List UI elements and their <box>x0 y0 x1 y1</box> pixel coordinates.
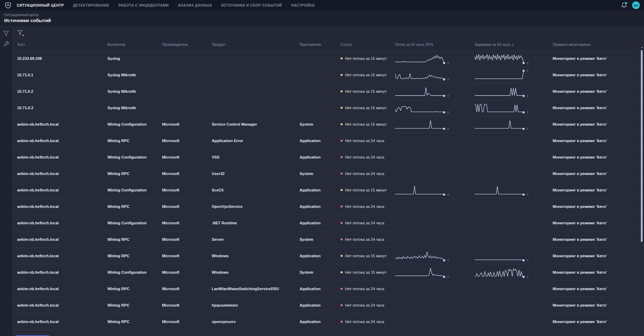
cell-vendor: Microsoft <box>158 287 208 291</box>
cell-host: aekim-nb.heftech.local <box>13 221 103 225</box>
cell-vendor: Microsoft <box>158 254 208 258</box>
cell-status: Нет потока за 15 минут <box>336 270 391 274</box>
status-text: Нет потока за 15 минут <box>345 73 387 77</box>
column-header-host[interactable]: Хост <box>13 42 103 47</box>
column-header-eps[interactable]: Поток за 24 часа, EPS <box>391 42 470 47</box>
cell-product: Windows <box>208 270 295 274</box>
cell-product: Windows <box>208 254 295 258</box>
status-text: Нет потока за 15 минут <box>345 56 387 61</box>
cell-status: Нет потока за 24 часа <box>336 172 391 176</box>
svg-text:0: 0 <box>447 94 449 98</box>
svg-text:0: 0 <box>527 275 528 279</box>
table-row[interactable]: aekim-nb.heftech.localWinlog RPCMicrosof… <box>13 248 644 264</box>
nav-item-detection[interactable]: Детектирование <box>73 4 109 7</box>
status-text: Нет потока за 15 минут <box>345 188 387 192</box>
cell-collector: Winlog RPC <box>103 237 158 241</box>
cell-status: Нет потока за 15 минут <box>336 122 391 126</box>
cell-host: aekim-nb.heftech.local <box>13 237 103 241</box>
cell-product: VSS <box>208 155 295 159</box>
cell-monitoring-rule: Мониторинг в режиме 'Авто' <box>548 155 644 159</box>
user-avatar[interactable]: SA <box>632 1 640 9</box>
table-row[interactable]: aekim-nb.heftech.localWinlog RPCMicrosof… <box>13 166 644 182</box>
table-row[interactable]: 10.71.0.2Syslog MikrotikНет потока за 15… <box>13 83 644 100</box>
sidebar-wrench-icon[interactable] <box>3 41 9 47</box>
cell-host: aekim-nb.heftech.local <box>13 122 103 126</box>
cell-monitoring-rule: Мониторинг в режиме 'Авто' <box>548 106 644 110</box>
scroll-up-icon[interactable]: ▲ <box>640 46 643 49</box>
nav-item-data-analysis[interactable]: Анализ данных <box>178 4 212 7</box>
table-row[interactable]: aekim-nb.heftech.localWinlog RPCMicrosof… <box>13 297 644 314</box>
cell-app: System <box>295 270 336 274</box>
status-text: Нет потока за 24 часа <box>345 303 384 307</box>
column-header-rule[interactable]: Правило мониторинга <box>548 42 644 47</box>
notification-dot <box>625 2 628 5</box>
table-panel: ХостКоллекторПроизводительПродуктПриложе… <box>13 27 644 336</box>
cell-status: Нет потока за 15 минут <box>336 188 391 192</box>
cell-collector: Winlog RPC <box>103 204 158 209</box>
cell-vendor: Microsoft <box>158 204 208 209</box>
table-row[interactable]: aekim-nb.heftech.localWinlog RPCMicrosof… <box>13 133 644 149</box>
cell-host: aekim-nb.heftech.local <box>13 287 103 291</box>
cell-product: .NET Runtime <box>208 221 295 225</box>
cell-vendor: Microsoft <box>158 303 208 307</box>
nav-item-incidents[interactable]: Работа с инцидентами <box>118 4 169 7</box>
table-row[interactable]: aekim-nb.heftech.localWinlog RPCMicrosof… <box>13 314 644 330</box>
notifications-bell-icon[interactable] <box>621 2 627 8</box>
table-row[interactable]: aekim-nb.heftech.localWinlog Configurati… <box>13 264 644 281</box>
cell-host: aekim-nb.heftech.local <box>13 254 103 258</box>
cell-status: Нет потока за 24 часа <box>336 303 391 307</box>
column-header-collector[interactable]: Коллектор <box>103 42 158 47</box>
cell-collector: Winlog Configuration <box>103 155 158 159</box>
table-row[interactable]: aekim-nb.heftech.localWinlog RPCMicrosof… <box>13 231 644 248</box>
table-header: ХостКоллекторПроизводительПродуктПриложе… <box>13 38 644 50</box>
cell-product: openvpnserv <box>208 320 295 324</box>
column-header-status[interactable]: Статус <box>336 42 391 47</box>
cell-vendor: Microsoft <box>158 155 208 159</box>
cell-status: Нет потока за 24 часа <box>336 139 391 143</box>
table-row[interactable]: aekim-nb.heftech.localWinlog RPCMicrosof… <box>13 281 644 297</box>
cell-host: aekim-nb.heftech.local <box>13 188 103 192</box>
nav-item-situation-center[interactable]: Ситуационный центр <box>17 4 64 7</box>
cell-monitoring-rule: Мониторинг в режиме 'Авто' <box>548 139 644 143</box>
vertical-scrollbar-thumb[interactable] <box>641 50 643 242</box>
column-header-vendor[interactable]: Производитель <box>158 42 208 47</box>
status-dot-icon <box>341 271 343 273</box>
table-row[interactable]: aekim-nb.heftech.localWinlog RPCMicrosof… <box>13 198 644 215</box>
svg-text:0: 0 <box>447 78 449 81</box>
filter-applied-icon[interactable] <box>17 30 23 36</box>
sparkline-chart: 0 <box>475 118 532 131</box>
vertical-scrollbar[interactable]: ▲ <box>640 46 643 335</box>
table-row[interactable]: aekim-nb.heftech.localWinlog Configurati… <box>13 149 644 166</box>
status-text: Нет потока за 15 минут <box>345 89 387 93</box>
breadcrumb-bar: Ситуационный центр Источники событий <box>0 10 644 27</box>
table-row[interactable]: aekim-nb.heftech.localWinlog Configurati… <box>13 116 644 133</box>
table-body: 10.233.69.198SyslogНет потока за 15 мину… <box>13 50 644 336</box>
table-row[interactable]: aekim-nb.heftech.localWinlog Configurati… <box>13 182 644 198</box>
cell-monitoring-rule: Мониторинг в режиме 'Авто' <box>548 56 644 61</box>
column-header-app[interactable]: Приложение <box>295 42 336 47</box>
column-header-delay[interactable]: Задержка за 24 часа, с <box>470 42 548 47</box>
cell-delay-sparkline: 0 <box>470 184 548 196</box>
table-row[interactable]: 10.233.69.198SyslogНет потока за 15 мину… <box>13 50 644 67</box>
cell-delay-sparkline: 0 <box>470 118 548 131</box>
table-row[interactable]: 10.71.0.1Syslog MikrotikНет потока за 15… <box>13 67 644 83</box>
table-row[interactable]: aekim-nb.heftech.localWinlog Configurati… <box>13 215 644 231</box>
table-row[interactable]: 10.71.0.3Syslog MikrotikНет потока за 15… <box>13 100 644 116</box>
cell-status: Нет потока за 15 минут <box>336 254 391 258</box>
status-dot-icon <box>341 74 343 76</box>
breadcrumb[interactable]: Ситуационный центр <box>4 13 644 17</box>
sparkline-chart: 0 <box>475 69 532 81</box>
cell-monitoring-rule: Мониторинг в режиме 'Авто' <box>548 89 644 93</box>
svg-text:0: 0 <box>527 111 528 114</box>
sidebar-filter-icon[interactable] <box>3 30 9 37</box>
nav-item-settings[interactable]: Настройки <box>291 4 315 7</box>
cell-status: Нет потока за 15 минут <box>336 73 391 77</box>
cell-monitoring-rule: Мониторинг в режиме 'Авто' <box>548 204 644 209</box>
cell-monitoring-rule: Мониторинг в режиме 'Авто' <box>548 270 644 274</box>
cell-app: Application <box>295 254 336 258</box>
status-dot-icon <box>341 189 343 191</box>
app-logo-shield-icon[interactable] <box>4 1 12 9</box>
column-header-product[interactable]: Продукт <box>208 42 295 47</box>
nav-item-event-sources[interactable]: Источники и сбор событий <box>221 4 282 7</box>
table-row[interactable]: aekim-nb.heftech.localWinlog Configurati… <box>13 330 644 336</box>
